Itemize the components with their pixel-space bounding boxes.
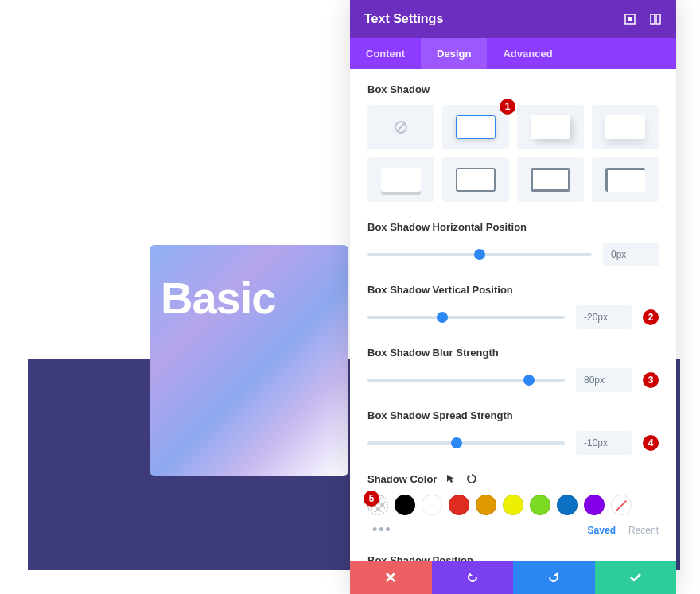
settings-panel: Text Settings Content Design Advanced Bo… [350, 0, 676, 594]
slider-label: Box Shadow Spread Strength [368, 410, 659, 421]
badge-2: 2 [643, 309, 659, 325]
tab-advanced[interactable]: Advanced [487, 38, 568, 69]
slider-row-2: Box Shadow Blur Strength80px3 [368, 347, 659, 392]
undo-button[interactable] [432, 561, 514, 594]
preset-grid: 1 [368, 105, 659, 202]
preset-2[interactable] [517, 105, 584, 149]
color-swatch-4[interactable] [476, 495, 496, 515]
panel-body: Box Shadow 1 Box Shadow Horizontal Posit… [350, 69, 676, 561]
slider[interactable] [368, 249, 592, 260]
slider-label: Box Shadow Vertical Position [368, 284, 659, 296]
preset-3[interactable] [592, 105, 659, 149]
cancel-button[interactable] [350, 561, 432, 594]
card-title: Basic [161, 272, 275, 324]
tab-design[interactable]: Design [421, 38, 487, 69]
slider-value[interactable]: 80px [576, 368, 632, 392]
expand-icon[interactable] [624, 13, 636, 25]
saved-tab[interactable]: Saved [588, 525, 616, 536]
slider-thumb[interactable] [451, 437, 462, 448]
svg-line-5 [397, 123, 405, 131]
slider-label: Box Shadow Horizontal Position [368, 221, 659, 233]
color-swatch-8[interactable] [584, 495, 605, 515]
tab-content[interactable]: Content [350, 38, 421, 69]
color-swatch-2[interactable] [422, 495, 442, 515]
slider-row-1: Box Shadow Vertical Position-20px2 [368, 284, 659, 329]
badge-4: 4 [643, 435, 659, 451]
preset-1[interactable]: 1 [442, 105, 509, 149]
slider-row-3: Box Shadow Spread Strength-10px4 [368, 410, 659, 455]
grid-icon[interactable] [649, 13, 662, 25]
color-swatch-5[interactable] [503, 495, 523, 515]
color-swatch-3[interactable] [449, 495, 469, 515]
preset-5[interactable] [442, 157, 509, 202]
color-swatch-9[interactable] [611, 495, 632, 515]
color-swatch-6[interactable] [530, 495, 550, 515]
panel-title: Text Settings [364, 12, 443, 26]
header-icons [624, 13, 662, 25]
preset-none[interactable] [368, 105, 434, 149]
more-colors[interactable]: ••• [368, 522, 392, 538]
svg-rect-3 [656, 14, 660, 24]
svg-rect-2 [651, 14, 655, 24]
badge-1: 1 [500, 99, 515, 115]
slider[interactable] [368, 437, 565, 448]
slider-value[interactable]: -10px [576, 431, 632, 455]
preset-6[interactable] [517, 157, 584, 202]
slider-value[interactable]: 0px [603, 243, 659, 266]
preset-7[interactable] [592, 157, 659, 202]
none-icon [381, 115, 421, 139]
slider-thumb[interactable] [523, 375, 535, 386]
slider[interactable] [368, 312, 565, 323]
recent-tab[interactable]: Recent [628, 525, 659, 536]
panel-header: Text Settings [350, 0, 676, 38]
slider-thumb[interactable] [437, 312, 448, 323]
color-swatch-7[interactable] [557, 495, 578, 515]
color-swatches: 5 [368, 495, 659, 515]
preset-4[interactable] [368, 157, 434, 202]
reset-icon[interactable] [465, 472, 478, 485]
color-swatch-1[interactable] [395, 495, 415, 515]
svg-rect-1 [628, 17, 632, 21]
box-shadow-label: Box Shadow [368, 83, 659, 95]
bottom-bar [350, 561, 676, 594]
cursor-icon[interactable] [445, 472, 457, 485]
redo-button[interactable] [513, 561, 595, 594]
slider-thumb[interactable] [474, 249, 485, 260]
slider-label: Box Shadow Blur Strength [368, 347, 659, 359]
tabs: Content Design Advanced [350, 38, 676, 69]
box-shadow-position-label: Box Shadow Position [368, 554, 659, 561]
swatch-footer: ••• Saved Recent [368, 522, 659, 538]
badge-5: 5 [364, 491, 379, 507]
badge-3: 3 [643, 372, 659, 388]
preview-card: Basic [150, 245, 348, 476]
shadow-color-label: Shadow Color [368, 473, 437, 485]
slider-row-0: Box Shadow Horizontal Position0px [368, 221, 659, 266]
shadow-color-header: Shadow Color [368, 472, 659, 485]
slider-value[interactable]: -20px [576, 305, 632, 329]
slider[interactable] [368, 375, 565, 386]
confirm-button[interactable] [595, 561, 677, 594]
color-swatch-0[interactable]: 5 [368, 495, 388, 515]
